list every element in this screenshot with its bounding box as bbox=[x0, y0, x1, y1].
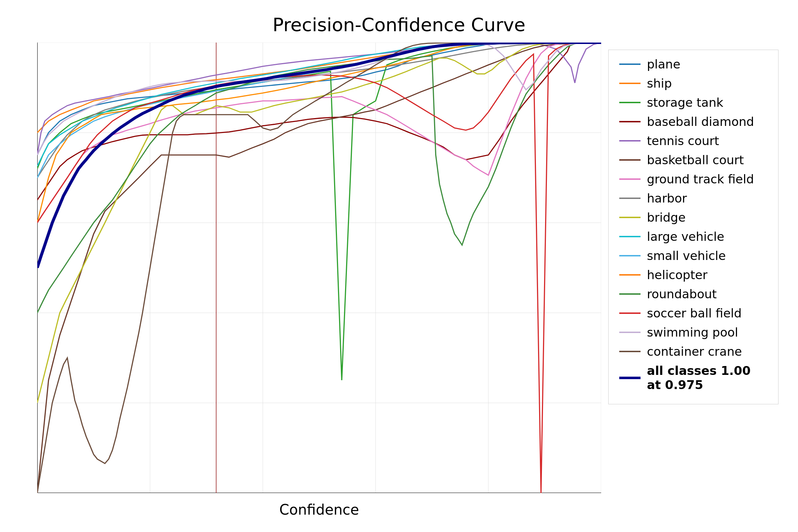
legend-line-tennis-court bbox=[619, 140, 641, 142]
legend-line-soccer-ball-field bbox=[619, 312, 641, 314]
legend-item-all-classes-1.00-at-0.975: all classes 1.00 at 0.975 bbox=[619, 364, 767, 392]
legend-item-harbor: harbor bbox=[619, 191, 767, 205]
legend-label-tennis-court: tennis court bbox=[647, 134, 719, 148]
chart-area: Precision Confidence bbox=[9, 39, 789, 521]
legend-line-basketball-court bbox=[619, 159, 641, 161]
x-axis-label: Confidence bbox=[279, 501, 359, 518]
legend-label-storage-tank: storage tank bbox=[647, 95, 723, 110]
legend-line-ground-track-field bbox=[619, 178, 641, 180]
legend-line-large-vehicle bbox=[619, 236, 641, 237]
legend-item-bridge: bridge bbox=[619, 210, 767, 225]
legend-item-container-crane: container crane bbox=[619, 344, 767, 359]
legend-line-ship bbox=[619, 83, 641, 84]
plot-area: 0.0 0.2 0.4 0.6 0.8 1.0 0.0 0.2 0.4 0.6 … bbox=[37, 43, 601, 493]
main-chart-svg: 0.0 0.2 0.4 0.6 0.8 1.0 0.0 0.2 0.4 0.6 … bbox=[37, 43, 601, 493]
legend-label-container-crane: container crane bbox=[647, 344, 742, 359]
legend-item-tennis-court: tennis court bbox=[619, 134, 767, 148]
legend-item-ship: ship bbox=[619, 76, 767, 90]
legend-label-harbor: harbor bbox=[647, 191, 687, 205]
legend-label-ground-track-field: ground track field bbox=[647, 172, 754, 186]
legend-item-helicopter: helicopter bbox=[619, 268, 767, 282]
legend-label-roundabout: roundabout bbox=[647, 287, 717, 301]
legend-line-swimming-pool bbox=[619, 332, 641, 333]
legend-label-swimming-pool: swimming pool bbox=[647, 325, 738, 339]
legend-line-roundabout bbox=[619, 293, 641, 295]
legend-label-small-vehicle: small vehicle bbox=[647, 249, 726, 263]
legend-line-container-crane bbox=[619, 351, 641, 352]
legend-item-basketball-court: basketball court bbox=[619, 153, 767, 167]
legend-line-helicopter bbox=[619, 274, 641, 276]
legend-item-ground-track-field: ground track field bbox=[619, 172, 767, 186]
chart-container: Precision-Confidence Curve Precision Con… bbox=[9, 7, 789, 525]
legend-item-roundabout: roundabout bbox=[619, 287, 767, 301]
legend-label-ship: ship bbox=[647, 76, 672, 90]
svg-rect-0 bbox=[37, 43, 601, 493]
legend-label-helicopter: helicopter bbox=[647, 268, 708, 282]
legend-box: planeshipstorage tankbaseball diamondten… bbox=[608, 50, 778, 404]
legend-item-large-vehicle: large vehicle bbox=[619, 229, 767, 244]
legend-item-soccer-ball-field: soccer ball field bbox=[619, 306, 767, 320]
legend-label-soccer-ball-field: soccer ball field bbox=[647, 306, 742, 320]
legend-item-swimming-pool: swimming pool bbox=[619, 325, 767, 339]
legend-label-baseball-diamond: baseball diamond bbox=[647, 115, 754, 129]
legend-line-plane bbox=[619, 63, 641, 65]
legend-item-baseball-diamond: baseball diamond bbox=[619, 115, 767, 129]
legend-label-plane: plane bbox=[647, 57, 680, 71]
legend-label-bridge: bridge bbox=[647, 210, 686, 225]
legend-label-basketball-court: basketball court bbox=[647, 153, 744, 167]
legend-label-large-vehicle: large vehicle bbox=[647, 229, 724, 244]
plot-wrapper: Precision Confidence bbox=[37, 43, 601, 493]
legend-line-all-classes-1.00-at-0.975 bbox=[619, 377, 641, 379]
legend-line-small-vehicle bbox=[619, 255, 641, 256]
legend-line-bridge bbox=[619, 217, 641, 218]
legend-label-all-classes-1.00-at-0.975: all classes 1.00 at 0.975 bbox=[647, 364, 767, 392]
legend-line-harbor bbox=[619, 198, 641, 199]
chart-title: Precision-Confidence Curve bbox=[9, 7, 789, 39]
legend-item-storage-tank: storage tank bbox=[619, 95, 767, 110]
legend-item-small-vehicle: small vehicle bbox=[619, 249, 767, 263]
legend-item-plane: plane bbox=[619, 57, 767, 71]
legend-line-storage-tank bbox=[619, 102, 641, 103]
legend-line-baseball-diamond bbox=[619, 121, 641, 122]
